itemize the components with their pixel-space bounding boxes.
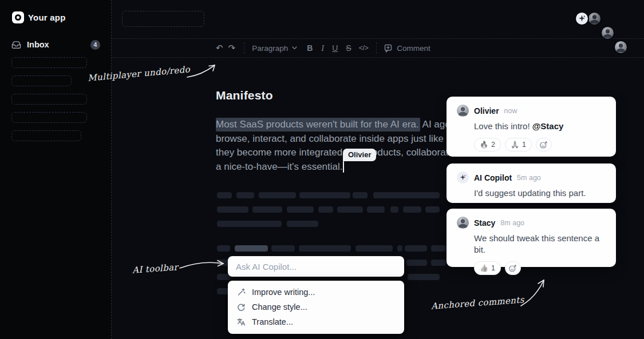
paragraph-line: a nice-to-have—it's essential. <box>216 160 479 174</box>
menu-item-translate[interactable]: Translate... <box>228 314 404 329</box>
skeleton-block-comment-anchor[interactable] <box>235 245 268 252</box>
paragraph-style-dropdown[interactable]: Paragraph <box>252 44 297 53</box>
app-name: Your app <box>28 13 66 22</box>
wand-icon <box>236 288 246 297</box>
selected-text: Most SaaS products weren't built for the… <box>216 118 420 131</box>
inbox-label: Inbox <box>27 40 49 49</box>
avatar-user-2[interactable] <box>600 26 615 40</box>
toolbar-bottom-border <box>112 57 644 58</box>
reaction-pill[interactable]: 🔥2 <box>474 138 501 151</box>
add-reaction-button[interactable] <box>536 138 552 151</box>
comment-time: now <box>504 107 517 115</box>
menu-item-label: Change style... <box>252 302 307 312</box>
add-reaction-button[interactable] <box>505 261 521 275</box>
comment-thread-stacy[interactable]: Stacy 8m ago We should tweak this senten… <box>447 209 616 267</box>
document-paragraph[interactable]: Most SaaS products weren't built for the… <box>216 118 479 174</box>
underline-button[interactable]: U <box>332 43 338 53</box>
toolbar-divider <box>244 42 244 54</box>
sidebar-skeleton-item <box>11 130 81 141</box>
toolbar-top-border <box>112 38 644 39</box>
person-icon <box>457 105 469 117</box>
paragraph-line: browse, interact, and collaborate inside… <box>216 132 479 146</box>
comment-body: I'd suggest updating this part. <box>474 188 607 199</box>
skeleton-block <box>299 245 351 252</box>
reaction-pill[interactable]: 👍1 <box>474 261 501 275</box>
skeleton-block <box>217 245 230 252</box>
menu-item-label: Translate... <box>252 317 293 326</box>
skeleton-block <box>287 221 318 227</box>
menu-item-improve-writing[interactable]: Improve writing... <box>228 285 404 300</box>
comment-author: AI Copilot <box>474 173 512 182</box>
ai-prompt-field[interactable] <box>228 256 404 277</box>
mention[interactable]: @Stacy <box>532 121 564 131</box>
annotation-arrow-ai-toolbar <box>179 257 227 271</box>
comment-time: 5m ago <box>517 174 541 182</box>
skeleton-block <box>431 245 446 252</box>
app-window: Your app Inbox 4 ↶ ↷ Paragraph B I U S <… <box>0 0 644 339</box>
skeleton-block <box>373 192 440 198</box>
editor-toolbar: ↶ ↷ Paragraph B I U S </> Comment <box>216 42 430 54</box>
avatar-stacy <box>457 217 469 229</box>
skeleton-block <box>217 221 282 227</box>
ai-prompt-input[interactable] <box>228 262 404 272</box>
collaborator-cursor-caret <box>343 161 344 173</box>
comment-body: Love this intro! @Stacy <box>474 121 607 132</box>
ai-suggestions-menu: Improve writing... Change style... Trans… <box>228 281 404 334</box>
thumbs-up-emoji: 👍 <box>480 264 488 272</box>
comment-header: Olivier now <box>457 105 607 117</box>
person-icon <box>615 41 627 53</box>
collaborator-cursor-label: Olivier <box>343 149 376 161</box>
paragraph-style-label: Paragraph <box>252 44 288 53</box>
strikethrough-button[interactable]: S <box>346 43 351 53</box>
bold-button[interactable]: B <box>307 43 313 53</box>
undo-button[interactable]: ↶ <box>216 44 223 53</box>
skeleton-block <box>353 192 368 198</box>
redo-button[interactable]: ↷ <box>228 44 236 53</box>
skeleton-block <box>299 192 350 198</box>
comment-author: Olivier <box>474 106 499 115</box>
toolbar-divider <box>376 42 377 54</box>
skeleton-block <box>408 274 440 280</box>
skeleton-block <box>425 206 440 213</box>
skeleton-block <box>252 206 282 213</box>
comment-header: AI Copilot 5m ago <box>457 172 607 184</box>
skeleton-block <box>217 206 248 213</box>
skeleton-block <box>406 260 427 266</box>
comment-thread-olivier[interactable]: Olivier now Love this intro! @Stacy 🔥2 🙏… <box>447 97 616 157</box>
avatar-olivier <box>457 105 469 117</box>
skeleton-block <box>403 206 421 213</box>
avatar-ai-copilot[interactable] <box>575 11 589 26</box>
chevron-down-icon <box>292 46 297 50</box>
fire-emoji: 🔥 <box>480 141 488 149</box>
app-logo <box>12 11 24 23</box>
skeleton-block <box>337 206 363 213</box>
reaction-count: 2 <box>491 141 495 149</box>
skeleton-block <box>367 206 385 213</box>
inbox-icon <box>11 40 21 50</box>
translate-icon <box>236 317 246 326</box>
person-icon <box>602 27 614 39</box>
comment-plus-icon <box>384 43 393 53</box>
skeleton-block <box>259 192 296 198</box>
code-button[interactable]: </> <box>359 44 369 52</box>
avatar-user-3[interactable] <box>614 40 628 54</box>
comment-button[interactable]: Comment <box>384 43 430 53</box>
person-icon <box>457 217 469 229</box>
comment-thread-ai-copilot[interactable]: AI Copilot 5m ago I'd suggest updating t… <box>447 163 616 203</box>
inbox-unread-badge: 4 <box>90 40 100 50</box>
menu-item-change-style[interactable]: Change style... <box>228 300 404 314</box>
avatar-user-1[interactable] <box>587 11 602 26</box>
comment-time: 8m ago <box>500 219 524 227</box>
skeleton-block <box>236 192 254 198</box>
reaction-pill[interactable]: 🙏1 <box>505 138 532 151</box>
add-reaction-icon <box>508 264 517 273</box>
skeleton-block <box>271 245 295 252</box>
italic-button[interactable]: I <box>321 43 324 53</box>
skeleton-block <box>217 192 232 198</box>
sidebar-item-inbox[interactable]: Inbox 4 <box>11 39 100 50</box>
comment-reactions: 👍1 <box>474 261 607 275</box>
sidebar-skeleton-item <box>11 57 87 68</box>
skeleton-block <box>390 206 398 213</box>
annotation-arrow-anchored-comments <box>520 277 548 308</box>
comment-button-label: Comment <box>397 44 430 53</box>
